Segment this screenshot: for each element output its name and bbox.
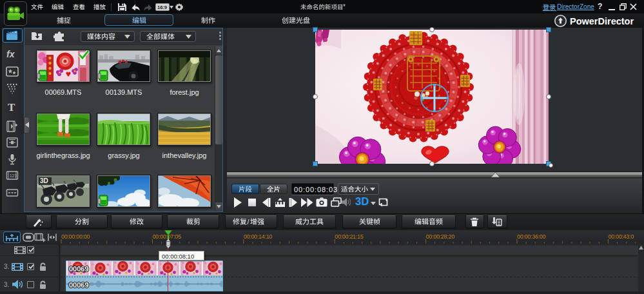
svg-text:123: 123 [10, 173, 17, 178]
